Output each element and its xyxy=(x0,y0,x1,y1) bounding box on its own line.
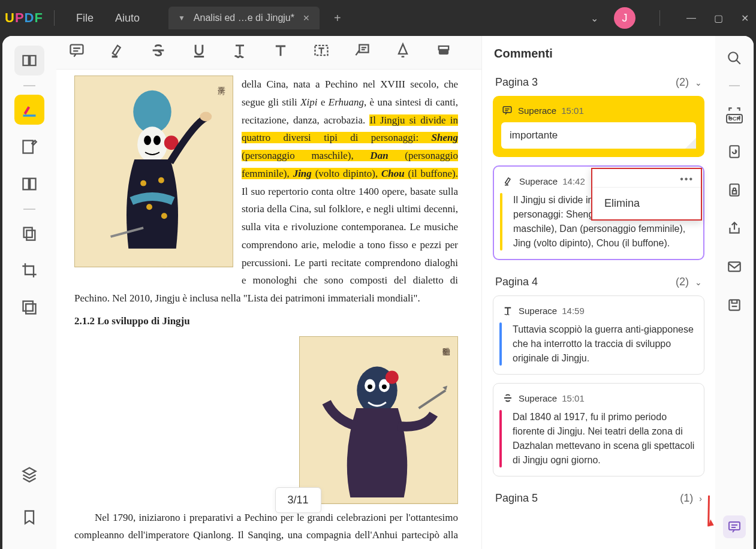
comment-card[interactable]: Superace 14:59 Tuttavia scoppiò la guerr… xyxy=(493,295,704,375)
svg-rect-35 xyxy=(733,191,737,194)
comment-card[interactable]: Superace 15:01 importante xyxy=(493,96,704,157)
reader-mode-icon[interactable] xyxy=(14,46,44,76)
doc-heading: 2.1.2 Lo sviluppo di Jingju xyxy=(74,315,190,327)
search-icon[interactable] xyxy=(723,47,746,70)
text-icon xyxy=(502,304,514,316)
save-icon[interactable] xyxy=(723,294,746,316)
new-tab-button[interactable]: + xyxy=(334,11,341,25)
separator xyxy=(23,209,35,210)
window-close-icon[interactable]: ✕ xyxy=(739,10,751,26)
tab-title: Analisi ed …e di Jingju* xyxy=(194,13,294,23)
chevron-down-icon: ⌄ xyxy=(695,78,702,88)
separator xyxy=(23,85,35,86)
svg-point-16 xyxy=(144,135,151,145)
strikethrough-icon[interactable] xyxy=(150,42,167,63)
svg-rect-3 xyxy=(30,179,35,190)
comments-panel: Commenti Pagina 3 (2) ⌄ Superace 15:01 xyxy=(481,36,715,549)
svg-rect-4 xyxy=(24,228,32,237)
comment-time: 15:01 xyxy=(562,393,585,403)
page-label: Pagina 5 xyxy=(495,492,538,505)
layers-icon[interactable] xyxy=(14,459,44,489)
crop-tool-icon[interactable] xyxy=(14,255,44,285)
document-tab[interactable]: ▼ Analisi ed …e di Jingju* ✕ xyxy=(168,7,320,29)
svg-point-29 xyxy=(382,384,387,389)
comment-text[interactable]: importante xyxy=(501,122,696,149)
comment-author: Superace xyxy=(519,306,557,316)
copy-tool-icon[interactable] xyxy=(14,218,44,248)
comment-count: (1) xyxy=(680,492,693,505)
page-label: Pagina 3 xyxy=(495,76,538,89)
comment-count: (2) xyxy=(676,276,689,288)
comment-author: Superace xyxy=(519,176,558,186)
page-group-header[interactable]: Pagina 4 (2) ⌄ xyxy=(493,269,704,295)
compare-tool-icon[interactable] xyxy=(14,292,44,322)
svg-rect-10 xyxy=(359,45,368,53)
separator xyxy=(54,10,55,26)
email-icon[interactable] xyxy=(723,255,746,278)
window-minimize-icon[interactable]: — xyxy=(684,10,698,26)
comment-icon[interactable] xyxy=(68,42,85,63)
comment-card[interactable]: Superace 15:01 Dal 1840 al 1917, fu il p… xyxy=(493,383,704,476)
svg-rect-7 xyxy=(26,304,35,313)
comment-time: 15:01 xyxy=(561,105,584,116)
edit-tool-icon[interactable] xyxy=(14,132,44,162)
comment-card-selected[interactable]: Superace 14:42 Il Jingju si divide in qu… xyxy=(493,165,704,260)
ocr-icon[interactable]: OCR xyxy=(723,102,746,125)
context-menu: ••• Elimina xyxy=(591,168,702,221)
titlebar: UPDF File Aiuto ▼ Analisi ed …e di Jingj… xyxy=(0,0,756,36)
svg-rect-36 xyxy=(728,262,740,271)
svg-point-21 xyxy=(146,204,152,210)
svg-rect-0 xyxy=(23,114,36,117)
document-area[interactable]: 蔣平 della Cina, nata a Pechino nel XVIII … xyxy=(56,70,481,549)
squiggly-icon[interactable] xyxy=(231,42,248,63)
underline-icon[interactable] xyxy=(191,42,207,63)
callout-icon[interactable] xyxy=(354,42,371,63)
eraser-icon[interactable] xyxy=(435,42,452,63)
svg-point-22 xyxy=(161,213,167,219)
delete-menu-item[interactable]: Elimina xyxy=(592,188,701,219)
tab-dropdown-icon[interactable]: ▼ xyxy=(178,14,185,22)
doc-text: Erhuang xyxy=(329,96,364,108)
svg-rect-6 xyxy=(23,301,33,311)
menu-help[interactable]: Aiuto xyxy=(104,12,150,25)
convert-icon[interactable] xyxy=(723,140,746,163)
comments-title: Commenti xyxy=(482,36,715,69)
tab-close-icon[interactable]: ✕ xyxy=(303,13,310,23)
menu-file[interactable]: File xyxy=(65,12,104,25)
comments-toggle-icon[interactable] xyxy=(723,515,746,538)
color-stripe xyxy=(499,410,502,467)
share-icon[interactable] xyxy=(723,217,746,240)
page-group-header[interactable]: Pagina 3 (2) ⌄ xyxy=(493,69,704,96)
svg-point-15 xyxy=(137,126,167,162)
highlight-tool-icon[interactable] xyxy=(14,95,44,125)
page-group-header[interactable]: Pagina 5 (1) › xyxy=(493,485,704,512)
document-image-2: 金眼豹 xyxy=(299,336,458,504)
comment-text: Tuttavia scoppiò la guerra anti-giappone… xyxy=(502,322,695,366)
app-logo: UPDF xyxy=(5,10,43,26)
window-maximize-icon[interactable]: ▢ xyxy=(712,10,725,26)
chevron-down-icon[interactable]: ⌄ xyxy=(588,10,601,26)
user-avatar[interactable]: J xyxy=(614,7,635,29)
svg-rect-1 xyxy=(23,141,33,153)
document-image-1: 蔣平 xyxy=(74,76,233,267)
text-icon[interactable] xyxy=(272,42,289,63)
pages-tool-icon[interactable] xyxy=(14,169,44,199)
svg-point-28 xyxy=(368,384,372,389)
textbox-icon[interactable] xyxy=(313,42,330,63)
right-sidebar: OCR xyxy=(715,36,754,549)
annotation-toolbar xyxy=(56,36,481,70)
pencil-icon[interactable] xyxy=(394,42,411,63)
svg-point-17 xyxy=(153,135,161,145)
page-indicator[interactable]: 3/11 xyxy=(275,487,321,513)
page-label: Pagina 4 xyxy=(495,276,538,288)
lock-icon[interactable] xyxy=(723,179,746,201)
highlighter-icon[interactable] xyxy=(109,42,126,63)
note-icon xyxy=(501,104,513,116)
more-icon[interactable]: ••• xyxy=(592,169,701,188)
svg-rect-5 xyxy=(26,230,35,240)
doc-text: e xyxy=(318,96,329,108)
strikethrough-icon xyxy=(502,392,514,404)
doc-text: Nel 1790, iniziarono i preparativi a Pec… xyxy=(74,509,458,550)
comment-author: Superace xyxy=(519,393,557,403)
bookmark-icon[interactable] xyxy=(14,502,44,532)
